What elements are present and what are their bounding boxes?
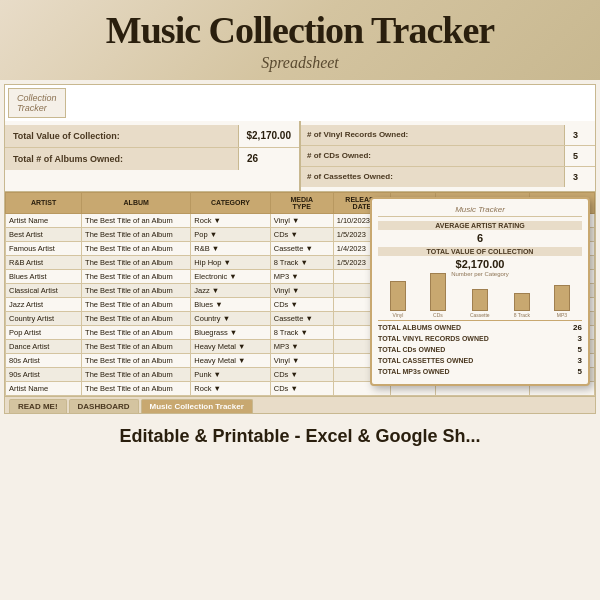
logo-line2: Tracker (17, 103, 57, 113)
tab-dashboard[interactable]: DASHBOARD (69, 399, 139, 413)
popup-stat-label: TOTAL ALBUMS OWNED (378, 324, 552, 331)
chart-title: Number per Category (378, 271, 582, 277)
table-cell: Cassette ▼ (270, 311, 333, 325)
total-albums-row: Total # of Albums Owned: 26 (5, 148, 299, 170)
table-cell: Dance Artist (6, 339, 82, 353)
table-cell: Bluegrass ▼ (191, 325, 270, 339)
table-cell: R&B Artist (6, 255, 82, 269)
spreadsheet-container: Collection Tracker Total Value of Collec… (4, 84, 596, 414)
table-cell: The Best Title of an Album (82, 241, 191, 255)
table-cell: Punk ▼ (191, 367, 270, 381)
vinyl-value: 3 (565, 128, 595, 142)
cds-row: # of CDs Owned: 5 (301, 146, 595, 167)
cds-label: # of CDs Owned: (301, 146, 565, 166)
bar-item: 8 Track (514, 293, 530, 318)
footer: Editable & Printable - Excel & Google Sh… (0, 418, 600, 455)
popup-stat-row: TOTAL CASSETTES OWNED3 (378, 356, 582, 365)
popup-stat-row: TOTAL ALBUMS OWNED26 (378, 323, 582, 332)
tab-bar: READ ME!DASHBOARDMusic Collection Tracke… (5, 396, 595, 413)
table-cell: Famous Artist (6, 241, 82, 255)
stats-section: Total Value of Collection: $2,170.00 Tot… (5, 121, 595, 192)
stats-right: # of Vinyl Records Owned: 3 # of CDs Own… (299, 121, 595, 191)
tab-music-collection-tracker[interactable]: Music Collection Tracker (141, 399, 253, 413)
logo-line1: Collection (17, 93, 57, 103)
avg-rating-title: AVERAGE ARTIST RATING (378, 221, 582, 230)
popup-stat-value: 26 (552, 323, 582, 332)
table-cell: The Best Title of an Album (82, 283, 191, 297)
total-value-title: TOTAL VALUE OF COLLECTION (378, 247, 582, 256)
popup-total-value: $2,170.00 (378, 258, 582, 270)
footer-text: Editable & Printable - Excel & Google Sh… (15, 426, 585, 447)
table-cell: Classical Artist (6, 283, 82, 297)
header: Music Collection Tracker Spreadsheet (0, 0, 600, 80)
popup-stats-list: TOTAL ALBUMS OWNED26TOTAL VINYL RECORDS … (378, 323, 582, 376)
table-cell: Artist Name (6, 213, 82, 227)
table-cell: The Best Title of an Album (82, 297, 191, 311)
table-cell: Best Artist (6, 227, 82, 241)
table-cell: Jazz Artist (6, 297, 82, 311)
table-cell: Country Artist (6, 311, 82, 325)
page-subtitle: Spreadsheet (15, 54, 585, 72)
total-albums-label: Total # of Albums Owned: (5, 148, 239, 170)
table-cell: MP3 ▼ (270, 269, 333, 283)
bar (430, 273, 446, 311)
table-cell: Heavy Metal ▼ (191, 353, 270, 367)
bar (554, 285, 570, 311)
bar-item: CDs (430, 273, 446, 318)
table-cell: The Best Title of an Album (82, 339, 191, 353)
tab-read-me![interactable]: READ ME! (9, 399, 67, 413)
table-cell: Hip Hop ▼ (191, 255, 270, 269)
bar (472, 289, 488, 311)
popup-stat-value: 3 (552, 356, 582, 365)
table-cell: 8 Track ▼ (270, 255, 333, 269)
table-cell: Jazz ▼ (191, 283, 270, 297)
col-artist: ARTIST (6, 192, 82, 213)
table-cell: MP3 ▼ (270, 339, 333, 353)
table-cell: Pop Artist (6, 325, 82, 339)
bar-label: 8 Track (514, 312, 530, 318)
bar-item: Vinyl (390, 281, 406, 318)
cassettes-value: 3 (565, 170, 595, 184)
popup-stat-row: TOTAL CDs OWNED5 (378, 345, 582, 354)
table-cell: CDs ▼ (270, 381, 333, 395)
cassettes-row: # of Cassettes Owned: 3 (301, 167, 595, 187)
table-cell: The Best Title of an Album (82, 255, 191, 269)
table-cell: R&B ▼ (191, 241, 270, 255)
table-cell: The Best Title of an Album (82, 353, 191, 367)
table-cell: Vinyl ▼ (270, 353, 333, 367)
popup-logo: Music Tracker (378, 205, 582, 217)
popup-stat-value: 5 (552, 367, 582, 376)
popup-stat-value: 3 (552, 334, 582, 343)
table-cell: The Best Title of an Album (82, 367, 191, 381)
table-cell: Vinyl ▼ (270, 213, 333, 227)
col-category: CATEGORY (191, 192, 270, 213)
table-cell: The Best Title of an Album (82, 311, 191, 325)
bar-label: Cassette (470, 312, 490, 318)
cds-value: 5 (565, 149, 595, 163)
bar-label: CDs (433, 312, 443, 318)
popup-stat-label: TOTAL VINYL RECORDS OWNED (378, 335, 552, 342)
table-cell: Country ▼ (191, 311, 270, 325)
popup-stat-row: TOTAL VINYL RECORDS OWNED3 (378, 334, 582, 343)
bar-label: Vinyl (393, 312, 404, 318)
popup-stat-label: TOTAL MP3s OWNED (378, 368, 552, 375)
table-cell: Blues Artist (6, 269, 82, 283)
table-cell: Blues ▼ (191, 297, 270, 311)
vinyl-row: # of Vinyl Records Owned: 3 (301, 125, 595, 146)
table-cell: CDs ▼ (270, 297, 333, 311)
page-title: Music Collection Tracker (15, 10, 585, 52)
popup-stat-label: TOTAL CASSETTES OWNED (378, 357, 552, 364)
table-cell: Heavy Metal ▼ (191, 339, 270, 353)
table-cell: The Best Title of an Album (82, 269, 191, 283)
table-cell: Electronic ▼ (191, 269, 270, 283)
popup-stat-value: 5 (552, 345, 582, 354)
table-cell: Rock ▼ (191, 381, 270, 395)
bar-item: MP3 (554, 285, 570, 318)
table-cell: 80s Artist (6, 353, 82, 367)
cassettes-label: # of Cassettes Owned: (301, 167, 565, 187)
table-cell: The Best Title of an Album (82, 325, 191, 339)
table-cell: The Best Title of an Album (82, 227, 191, 241)
stats-left: Total Value of Collection: $2,170.00 Tot… (5, 121, 299, 191)
table-cell: 90s Artist (6, 367, 82, 381)
popup-stat-row: TOTAL MP3s OWNED5 (378, 367, 582, 376)
